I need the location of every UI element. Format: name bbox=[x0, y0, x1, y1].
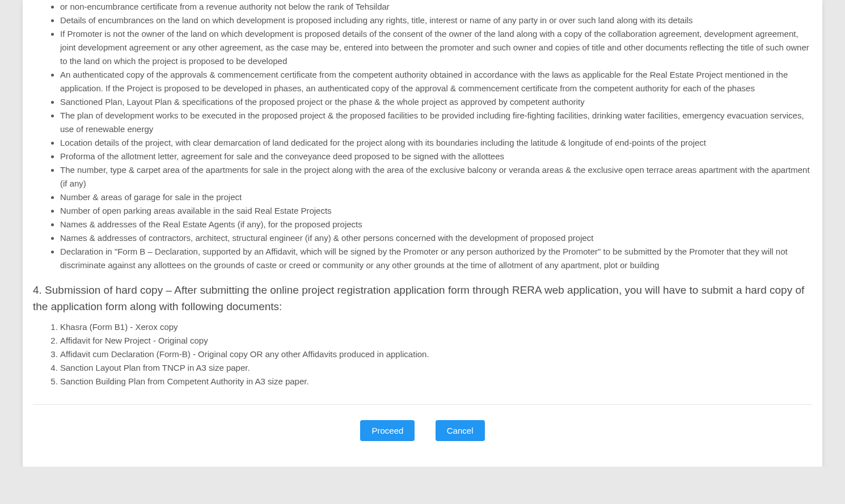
hard-copy-documents-list: Khasra (Form B1) - Xerox copy Affidavit … bbox=[33, 320, 812, 388]
requirements-bullet-list: or non-encumbrance certificate from a re… bbox=[33, 0, 812, 272]
list-item: Details of encumbrances on the land on w… bbox=[60, 14, 812, 27]
section-divider bbox=[33, 404, 812, 405]
action-button-row: Proceed Cancel bbox=[33, 417, 812, 450]
list-item: An authenticated copy of the approvals &… bbox=[60, 68, 812, 95]
cancel-button[interactable]: Cancel bbox=[436, 420, 485, 441]
list-item: Number & areas of garage for sale in the… bbox=[60, 190, 812, 204]
list-item: Names & addresses of contractors, archit… bbox=[60, 231, 812, 245]
list-item: The plan of development works to be exec… bbox=[60, 109, 812, 136]
list-item: Sanction Layout Plan from TNCP in A3 siz… bbox=[60, 361, 812, 375]
list-item: Names & addresses of the Real Estate Age… bbox=[60, 218, 812, 231]
list-item: Sanctioned Plan, Layout Plan & specifica… bbox=[60, 95, 812, 109]
list-item: Proforma of the allotment letter, agreem… bbox=[60, 150, 812, 163]
list-item: Location details of the project, with cl… bbox=[60, 136, 812, 150]
list-item: If Promoter is not the owner of the land… bbox=[60, 27, 812, 68]
proceed-button[interactable]: Proceed bbox=[360, 420, 415, 441]
list-item: Khasra (Form B1) - Xerox copy bbox=[60, 320, 812, 334]
list-item: Affidavit for New Project - Original cop… bbox=[60, 334, 812, 348]
content-area: or non-encumbrance certificate from a re… bbox=[33, 0, 812, 450]
list-item: The number, type & carpet area of the ap… bbox=[60, 163, 812, 190]
page-container: or non-encumbrance certificate from a re… bbox=[23, 0, 822, 467]
section-4-heading: 4. Submission of hard copy – After submi… bbox=[33, 282, 812, 315]
list-item: Number of open parking areas available i… bbox=[60, 204, 812, 218]
list-item: or non-encumbrance certificate from a re… bbox=[60, 0, 812, 14]
list-item: Sanction Building Plan from Competent Au… bbox=[60, 375, 812, 388]
list-item: Affidavit cum Declaration (Form-B) - Ori… bbox=[60, 348, 812, 361]
list-item: Declaration in "Form B – Declaration, su… bbox=[60, 245, 812, 272]
